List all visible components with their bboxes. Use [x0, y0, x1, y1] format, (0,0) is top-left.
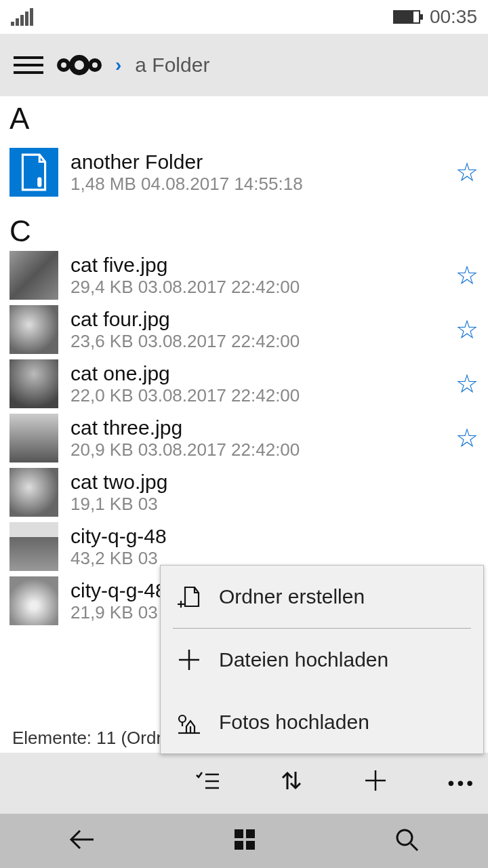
thumbnail-icon [9, 305, 58, 354]
add-menu-popup: Ordner erstellen Dateien hochladen Fotos… [160, 565, 484, 754]
star-icon[interactable]: ☆ [455, 260, 479, 290]
thumbnail-icon [9, 251, 58, 300]
back-button[interactable] [69, 828, 95, 854]
svg-rect-14 [246, 841, 255, 850]
star-icon[interactable]: ☆ [455, 157, 479, 187]
item-name: cat two.jpg [70, 471, 479, 494]
app-header: › a Folder [0, 34, 488, 96]
item-meta: 19,1 KB 03 [70, 494, 479, 515]
svg-line-16 [411, 844, 418, 850]
item-name: another Folder [70, 151, 443, 174]
select-button[interactable] [196, 770, 219, 797]
list-item-folder[interactable]: another Folder 1,48 MB 04.08.2017 14:55:… [0, 136, 488, 209]
popup-label: Fotos hochladen [219, 711, 369, 734]
svg-rect-11 [235, 829, 243, 838]
item-name: cat three.jpg [70, 416, 443, 439]
signal-icon [11, 8, 33, 26]
home-button[interactable] [233, 828, 256, 854]
clock: 00:35 [430, 6, 477, 28]
item-meta: 1,48 MB 04.08.2017 14:55:18 [70, 174, 443, 195]
popup-label: Ordner erstellen [219, 585, 365, 608]
thumbnail-icon [9, 576, 58, 625]
menu-button[interactable] [14, 56, 43, 74]
svg-rect-12 [246, 829, 255, 838]
list-item[interactable]: cat five.jpg 29,4 KB 03.08.2017 22:42:00… [0, 248, 488, 302]
breadcrumb-folder[interactable]: a Folder [135, 54, 209, 77]
list-item[interactable]: cat two.jpg 19,1 KB 03 [0, 465, 488, 519]
svg-rect-0 [37, 177, 41, 187]
command-bar: ••• [0, 753, 488, 814]
svg-point-21 [179, 715, 186, 722]
popup-label: Dateien hochladen [219, 648, 388, 671]
section-header[interactable]: C [0, 209, 488, 248]
upload-files-item[interactable]: Dateien hochladen [161, 629, 483, 691]
status-bar: 00:35 [0, 0, 488, 34]
item-meta: 20,9 KB 03.08.2017 22:42:00 [70, 439, 443, 460]
more-button[interactable]: ••• [448, 772, 476, 794]
svg-point-15 [397, 830, 412, 845]
folder-icon [9, 148, 58, 197]
star-icon[interactable]: ☆ [455, 315, 479, 344]
thumbnail-icon [9, 468, 58, 517]
list-item[interactable]: cat three.jpg 20,9 KB 03.08.2017 22:42:0… [0, 411, 488, 465]
item-name: city-q-g-48 [70, 525, 479, 548]
thumbnail-icon [9, 359, 58, 408]
battery-icon [393, 10, 420, 24]
create-folder-item[interactable]: Ordner erstellen [161, 566, 483, 628]
sort-button[interactable] [280, 769, 303, 797]
search-button[interactable] [394, 827, 419, 854]
star-icon[interactable]: ☆ [455, 423, 479, 453]
add-button[interactable] [364, 769, 387, 797]
chevron-right-icon: › [115, 54, 121, 76]
list-item[interactable]: cat four.jpg 23,6 KB 03.08.2017 22:42:00… [0, 302, 488, 357]
section-header[interactable]: A [0, 96, 488, 136]
app-logo-icon[interactable] [57, 55, 102, 75]
item-meta: 23,6 KB 03.08.2017 22:42:00 [70, 331, 443, 352]
svg-rect-13 [235, 841, 243, 850]
item-name: cat five.jpg [70, 254, 443, 277]
system-nav [0, 814, 488, 868]
upload-photos-item[interactable]: Fotos hochladen [161, 691, 483, 753]
item-meta: 29,4 KB 03.08.2017 22:42:00 [70, 277, 443, 298]
list-item[interactable]: cat one.jpg 22,0 KB 03.08.2017 22:42:00 … [0, 357, 488, 411]
item-meta: 22,0 KB 03.08.2017 22:42:00 [70, 385, 443, 406]
star-icon[interactable]: ☆ [455, 369, 479, 399]
thumbnail-icon [9, 414, 58, 462]
item-name: cat one.jpg [70, 362, 443, 385]
item-name: cat four.jpg [70, 308, 443, 331]
thumbnail-icon [9, 522, 58, 571]
